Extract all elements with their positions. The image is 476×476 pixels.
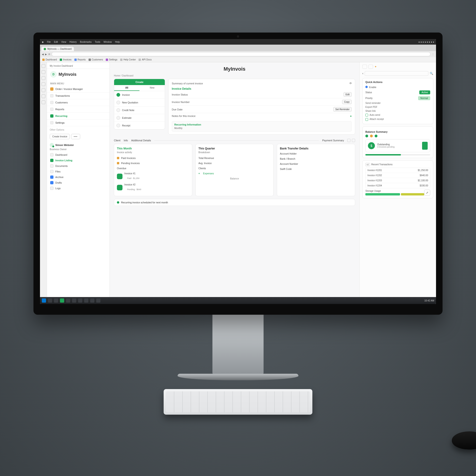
- taskbar-app[interactable]: [48, 298, 52, 303]
- rp-mini-item[interactable]: Share link: [365, 109, 430, 113]
- group-item-documents[interactable]: Documents: [50, 163, 107, 169]
- rail-icon[interactable]: [42, 76, 45, 80]
- nav-item-recurring[interactable]: Recurring: [47, 113, 109, 119]
- taskbar-app[interactable]: [72, 298, 76, 303]
- nav-reload-icon[interactable]: ⟳: [48, 53, 50, 55]
- taskbar-app[interactable]: [60, 298, 64, 303]
- nav-fwd-icon[interactable]: ▶: [45, 53, 47, 55]
- schedule-strip: Recurring invoice scheduled for next mon…: [114, 199, 355, 206]
- taskbar-app[interactable]: [66, 298, 70, 303]
- section-tab-details[interactable]: Additional Details: [131, 139, 151, 142]
- tray-icons: ● ● ● ● ● ● ● ●: [418, 41, 434, 43]
- quick-create-head: Create: [114, 79, 165, 85]
- rail-icon[interactable]: [42, 94, 45, 98]
- table-row[interactable]: Invoice #1204$330.00: [366, 183, 430, 188]
- group-item-files[interactable]: Files: [50, 169, 107, 174]
- grid-icon[interactable]: [347, 139, 351, 142]
- menu-file[interactable]: File: [47, 41, 51, 43]
- list-icon[interactable]: [352, 139, 355, 142]
- rp-balance-block[interactable]: $ Outstanding 3 invoices pending: [365, 139, 430, 152]
- table-row[interactable]: Invoice #1203$2,100.00: [366, 178, 430, 183]
- play-icon: [117, 174, 122, 179]
- rp-mini-item[interactable]: Send reminder: [365, 101, 430, 105]
- nav-menu-icon[interactable]: ⋮: [432, 53, 434, 55]
- panel-refresh-icon[interactable]: ⟳: [350, 82, 352, 85]
- quick-item-estimate[interactable]: Estimate: [114, 114, 165, 122]
- row-action-button[interactable]: Copy: [342, 100, 352, 104]
- rp-option[interactable]: Auto-send: [365, 113, 430, 117]
- bookmark-item[interactable]: Invoices: [60, 58, 72, 61]
- menu-bookmarks[interactable]: Bookmarks: [80, 41, 92, 43]
- nav-item-reports[interactable]: Reports: [47, 106, 109, 113]
- menu-tools[interactable]: Tools: [95, 41, 100, 43]
- table-row[interactable]: Invoice #1201$1,250.00: [366, 168, 430, 173]
- create-invoice-button[interactable]: Create Invoice: [50, 134, 70, 139]
- start-button[interactable]: [42, 298, 46, 303]
- url-field[interactable]: [51, 52, 430, 56]
- quick-item-credit[interactable]: Credit Note: [114, 106, 165, 114]
- progress-bar: [365, 154, 430, 155]
- taskbar-app[interactable]: [78, 298, 82, 303]
- bookmark-item[interactable]: Reports: [74, 58, 86, 61]
- quick-item-quote[interactable]: New Quotation: [114, 99, 165, 106]
- rp-toggle-icon[interactable]: [362, 65, 367, 69]
- row-action-button[interactable]: Edit: [343, 92, 352, 97]
- quick-item-invoice[interactable]: Invoice: [114, 91, 165, 99]
- menu-edit[interactable]: Edit: [54, 41, 58, 43]
- group-item-drafts[interactable]: Drafts: [50, 180, 107, 186]
- taskbar-app[interactable]: [84, 298, 88, 303]
- group-item-dashboard[interactable]: Dashboard: [50, 152, 107, 158]
- menu-window[interactable]: Window: [103, 41, 112, 43]
- col-block[interactable]: Invoice #1Paid · $1,250: [117, 171, 189, 182]
- nav-item-orders[interactable]: Order / Invoice Manager: [47, 86, 109, 92]
- quick-tab-new[interactable]: New: [139, 85, 165, 91]
- nav-back-icon[interactable]: ◀: [42, 53, 44, 55]
- bookmark-item[interactable]: API Docs: [138, 58, 152, 61]
- nav-item-customers[interactable]: Customers: [47, 99, 109, 106]
- taskbar-app[interactable]: [54, 298, 58, 303]
- rp-option[interactable]: Attach receipt: [365, 117, 430, 121]
- search-icon[interactable]: 🔍: [430, 72, 433, 75]
- rail-icon[interactable]: [42, 101, 45, 104]
- section-tab-summary[interactable]: Payment Summary: [322, 139, 344, 142]
- table-row[interactable]: Invoice #1202$640.00: [366, 173, 430, 178]
- menu-history[interactable]: History: [69, 41, 77, 43]
- col-block[interactable]: Invoice #2Pending · $640: [117, 182, 189, 193]
- rail-icon[interactable]: [42, 82, 45, 86]
- more-button[interactable]: •••: [71, 134, 80, 139]
- col-add-expense[interactable]: +Expenses: [199, 171, 271, 176]
- taskbar-app[interactable]: [90, 298, 94, 303]
- row-action-button[interactable]: Set Reminder: [333, 107, 352, 112]
- folder-icon: [50, 87, 53, 91]
- nav-item-settings[interactable]: Settings: [47, 119, 109, 126]
- rp-mini-item[interactable]: Export PDF: [365, 105, 430, 109]
- bookmark-item[interactable]: Customers: [88, 58, 103, 61]
- bookmark-item[interactable]: Help Center: [120, 58, 136, 61]
- search-input[interactable]: [365, 71, 428, 76]
- rail-icon[interactable]: [42, 64, 45, 68]
- nav-item-transactions[interactable]: Transactions: [47, 92, 109, 99]
- expand-button[interactable]: ⤢: [424, 190, 430, 196]
- radio-icon[interactable]: [365, 86, 368, 88]
- group-item-invoices[interactable]: Invoice Listing: [50, 158, 107, 163]
- rail-icon[interactable]: [42, 70, 45, 74]
- bookmark-item[interactable]: Dashboard: [42, 58, 57, 61]
- back-icon[interactable]: ‹: [362, 72, 363, 75]
- section-tab-info[interactable]: Info: [124, 139, 128, 142]
- quick-tab-all[interactable]: All: [114, 85, 139, 91]
- menu-help[interactable]: Help: [115, 41, 120, 43]
- rp-toggle-icon[interactable]: [368, 65, 373, 69]
- go-button[interactable]: [422, 142, 428, 150]
- taskbar-app[interactable]: [96, 298, 101, 303]
- group-item-archive[interactable]: Archive: [50, 174, 107, 180]
- section-tab-client[interactable]: Client: [114, 139, 120, 142]
- version-tag: v2: [365, 163, 370, 166]
- group-item-logs[interactable]: Logs: [50, 186, 107, 191]
- bookmark-item[interactable]: Settings: [106, 58, 117, 61]
- note-toggle-icon[interactable]: ●: [350, 115, 352, 117]
- rail-icon[interactable]: [42, 88, 45, 92]
- menu-view[interactable]: View: [61, 41, 66, 43]
- doc-icon: [50, 170, 53, 173]
- browser-tab[interactable]: MyInvois — Dashboard: [41, 47, 74, 51]
- quick-item-receipt[interactable]: Receipt: [114, 122, 165, 129]
